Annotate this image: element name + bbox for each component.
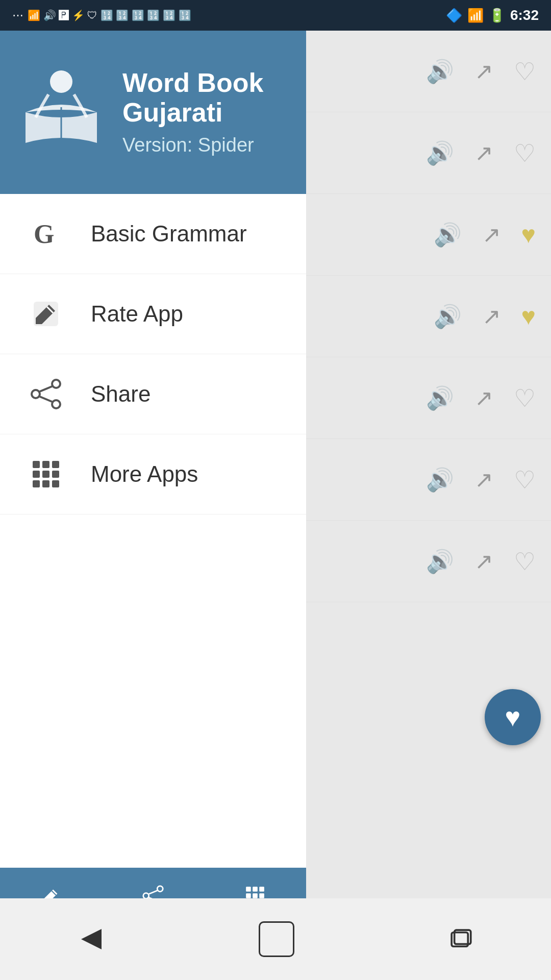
svg-point-19 [143,893,149,899]
status-left-icons: ⋯ 📶 🔊 🅿 ⚡ 🛡 🔢 🔢 🔢 🔢 🔢 🔢 [12,9,191,22]
back-button[interactable] [76,924,107,954]
signal-icon: 📶 [467,8,484,23]
svg-point-0 [50,70,72,93]
share-icon: ↗ [474,548,493,574]
svg-line-7 [40,386,52,391]
drawer-header: Word Book Gujarati Version: Spider [0,31,306,194]
volume-icon: 🔊 [426,58,454,85]
rate-app-icon [26,293,66,334]
app-title: Word Book Gujarati [122,68,286,127]
app-logo [20,66,102,158]
volume-icon: 🔊 [434,222,462,248]
rate-app-label: Rate App [91,301,183,327]
share-icon: ↗ [474,140,493,166]
notification-icon: ⋯ [12,9,23,22]
share-icon: ↗ [474,58,493,84]
svg-rect-11 [52,461,59,468]
navigation-drawer: Word Book Gujarati Version: Spider G Bas… [0,31,306,949]
status-bar: ⋯ 📶 🔊 🅿 ⚡ 🛡 🔢 🔢 🔢 🔢 🔢 🔢 🔷 📶 🔋 6:32 [0,0,551,31]
heart-icon: ♥ [521,220,536,249]
volume-icon: 🔊 [426,385,454,411]
bluetooth-icon: 🔷 [446,8,462,23]
svg-rect-24 [253,887,258,892]
svg-line-8 [40,397,52,402]
svg-rect-9 [33,461,40,468]
svg-rect-28 [259,893,264,898]
svg-point-18 [157,886,163,892]
time-display: 6:32 [510,7,539,23]
share-icon: ↗ [474,467,493,493]
share-label: Share [91,381,151,407]
heart-icon: ♥ [521,302,536,330]
heart-icon: ♡ [514,547,536,576]
more-apps-icon [26,454,66,495]
menu-item-rate-app[interactable]: Rate App [0,274,306,354]
share-icon: ↗ [482,222,501,248]
floating-favorite-button[interactable]: ♥ [485,689,541,745]
volume-icon: 🔊 [426,140,454,166]
svg-rect-16 [42,480,49,487]
status-icons-row: 📶 🔊 🅿 ⚡ 🛡 🔢 🔢 🔢 🔢 🔢 🔢 [28,9,191,21]
svg-rect-14 [52,471,59,478]
floating-heart-icon: ♥ [505,702,521,732]
heart-icon: ♡ [514,139,536,167]
heart-icon: ♡ [514,57,536,86]
volume-icon: 🔊 [434,303,462,330]
svg-rect-12 [33,471,40,478]
svg-line-21 [149,891,158,894]
basic-grammar-label: Basic Grammar [91,221,247,247]
status-right: 🔷 📶 🔋 6:32 [446,7,539,23]
svg-rect-10 [42,461,49,468]
menu-item-basic-grammar[interactable]: G Basic Grammar [0,194,306,274]
svg-point-6 [52,400,60,408]
volume-icon: 🔊 [426,467,454,493]
android-nav-bar [0,898,551,980]
menu-item-more-apps[interactable]: More Apps [0,434,306,514]
recents-button[interactable] [447,925,475,953]
app-version: Version: Spider [122,134,286,156]
home-button[interactable] [259,921,294,957]
heart-icon: ♡ [514,384,536,412]
grammar-icon: G [26,213,66,254]
svg-point-5 [32,390,40,398]
drawer-menu: G Basic Grammar Rate App [0,194,306,949]
svg-text:G: G [34,219,54,249]
svg-rect-13 [42,471,49,478]
svg-rect-23 [246,887,251,892]
svg-rect-17 [52,480,59,487]
svg-rect-25 [259,887,264,892]
svg-point-4 [52,380,60,388]
more-apps-label: More Apps [91,461,198,487]
volume-icon: 🔊 [426,548,454,575]
share-icon: ↗ [482,303,501,329]
app-info: Word Book Gujarati Version: Spider [122,68,286,156]
svg-rect-26 [246,893,251,898]
svg-rect-27 [253,893,258,898]
svg-rect-15 [33,480,40,487]
share-icon: ↗ [474,385,493,411]
share-menu-icon [26,374,66,414]
battery-icon: 🔋 [489,8,505,23]
svg-marker-32 [81,929,102,949]
heart-icon: ♡ [514,465,536,494]
menu-item-share[interactable]: Share [0,354,306,434]
